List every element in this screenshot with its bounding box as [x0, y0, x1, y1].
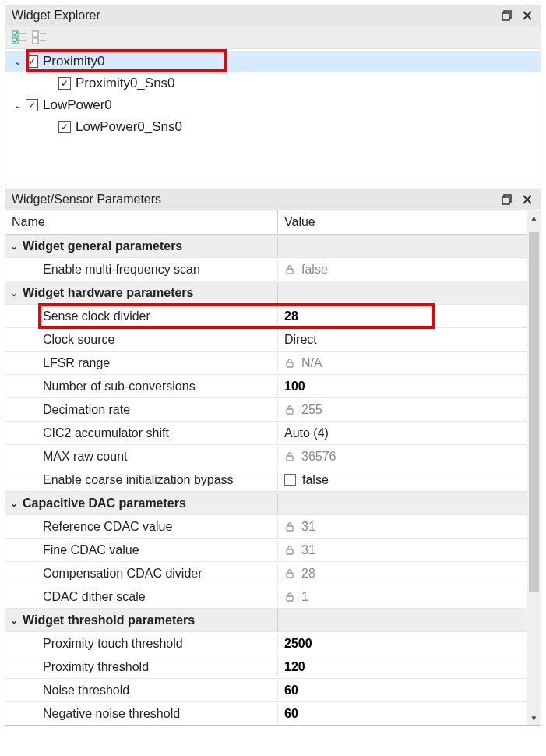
param-value-text: N/A — [301, 356, 322, 370]
params-scroll: Name Value ⌄Widget general parametersEna… — [5, 210, 527, 725]
restore-icon[interactable] — [500, 193, 514, 207]
param-name: Reference CDAC value — [5, 517, 278, 537]
param-value: 31 — [278, 540, 527, 560]
param-value-text: 255 — [301, 403, 322, 417]
param-row[interactable]: Enable coarse initialization bypassfalse — [5, 468, 527, 492]
param-value: false — [278, 260, 527, 280]
tree-checkbox[interactable]: ✓ — [58, 121, 71, 133]
tree-item-label: LowPower0_Sns0 — [76, 119, 182, 135]
param-value-text: 31 — [301, 520, 315, 534]
uncheck-all-icon[interactable] — [32, 30, 48, 45]
restore-icon[interactable] — [500, 9, 514, 23]
param-value[interactable]: Auto (4) — [278, 423, 527, 443]
widget-explorer-panel: Widget Explorer ⌄✓Proximity0✓Proximity0_… — [5, 5, 541, 182]
vertical-scrollbar[interactable]: ▲ ▼ — [527, 210, 541, 725]
param-value: 31 — [278, 517, 527, 537]
param-value[interactable]: 60 — [278, 680, 527, 701]
param-row[interactable]: Clock sourceDirect — [5, 328, 527, 352]
param-value[interactable]: 120 — [278, 657, 527, 677]
param-value[interactable]: false — [278, 470, 527, 490]
tree-checkbox[interactable]: ✓ — [58, 77, 71, 90]
param-checkbox[interactable] — [284, 474, 296, 486]
param-row[interactable]: LFSR rangeN/A — [5, 352, 527, 375]
svg-rect-22 — [287, 573, 293, 578]
param-row[interactable]: Decimation rate255 — [5, 398, 527, 422]
chevron-down-icon[interactable]: ⌄ — [5, 615, 23, 626]
section-value-empty — [278, 290, 527, 296]
section-value-empty — [278, 243, 527, 249]
tree-checkbox[interactable]: ✓ — [26, 55, 38, 68]
param-row[interactable]: CDAC dither scale1 — [5, 585, 527, 609]
param-name: Sense clock divider — [5, 306, 278, 327]
svg-rect-13 — [502, 197, 509, 204]
tree-item[interactable]: ⌄✓Proximity0 — [5, 51, 541, 72]
param-section-header[interactable]: ⌄Widget threshold parameters — [5, 609, 527, 632]
param-name: Compensation CDAC divider — [5, 563, 278, 584]
svg-rect-8 — [33, 31, 38, 37]
param-value[interactable]: Direct — [278, 330, 527, 350]
svg-rect-16 — [287, 269, 293, 274]
chevron-down-icon[interactable]: ⌄ — [12, 56, 24, 67]
tree-item[interactable]: ✓LowPower0_Sns0 — [5, 116, 541, 138]
param-value[interactable]: 60 — [278, 704, 527, 724]
lock-icon — [284, 358, 295, 369]
param-value-text: 100 — [284, 380, 305, 394]
param-name: CDAC dither scale — [5, 587, 278, 607]
tree-item[interactable]: ⌄✓LowPower0 — [5, 94, 541, 116]
param-row[interactable]: Compensation CDAC divider28 — [5, 562, 527, 585]
chevron-down-icon[interactable]: ⌄ — [5, 241, 23, 252]
param-value-text: 1 — [301, 590, 308, 604]
param-name: LFSR range — [5, 353, 278, 373]
param-row[interactable]: Fine CDAC value31 — [5, 539, 527, 562]
chevron-down-icon[interactable]: ⌄ — [5, 498, 23, 509]
param-value: N/A — [278, 353, 527, 373]
param-row[interactable]: Noise threshold60 — [5, 679, 527, 702]
param-row[interactable]: Sense clock divider28 — [5, 305, 527, 328]
params-grid-body: ⌄Widget general parametersEnable multi-f… — [5, 235, 527, 725]
widget-explorer-header: Widget Explorer — [5, 5, 541, 26]
param-value[interactable]: 28 — [278, 306, 527, 327]
close-icon[interactable] — [520, 193, 534, 207]
param-row[interactable]: CIC2 accumulator shiftAuto (4) — [5, 422, 527, 445]
section-title: Widget threshold parameters — [23, 610, 278, 631]
param-row[interactable]: Number of sub-conversions100 — [5, 375, 527, 398]
param-value-text: Auto (4) — [284, 426, 329, 440]
section-title: Capacitive DAC parameters — [23, 493, 278, 514]
param-name: Number of sub-conversions — [5, 376, 278, 397]
scroll-down-icon[interactable]: ▼ — [527, 711, 541, 725]
param-row[interactable]: Proximity touch threshold2500 — [5, 632, 527, 655]
param-row[interactable]: Negative noise threshold60 — [5, 702, 527, 725]
tree-checkbox[interactable]: ✓ — [26, 99, 38, 111]
param-name: Enable multi-frequency scan — [5, 260, 278, 280]
scroll-thumb[interactable] — [529, 232, 539, 592]
param-name: CIC2 accumulator shift — [5, 423, 278, 443]
param-value[interactable]: 2500 — [278, 634, 527, 654]
scroll-up-icon[interactable]: ▲ — [527, 210, 541, 224]
param-value: 28 — [278, 563, 527, 584]
param-row[interactable]: MAX raw count36576 — [5, 445, 527, 468]
param-row[interactable]: Enable multi-frequency scanfalse — [5, 258, 527, 281]
param-section-header[interactable]: ⌄Capacitive DAC parameters — [5, 492, 527, 515]
param-value-text: 60 — [284, 707, 298, 721]
svg-rect-23 — [287, 596, 293, 601]
param-row[interactable]: Proximity threshold120 — [5, 655, 527, 679]
close-icon[interactable] — [520, 9, 534, 23]
svg-rect-1 — [502, 13, 509, 20]
column-header-name[interactable]: Name — [5, 210, 278, 234]
param-value-text: 36576 — [301, 450, 336, 464]
tree-item[interactable]: ✓Proximity0_Sns0 — [5, 72, 541, 94]
tree-item-label: LowPower0 — [43, 97, 112, 113]
column-header-value[interactable]: Value — [278, 210, 527, 234]
param-section-header[interactable]: ⌄Widget general parameters — [5, 235, 527, 258]
param-value-text: 28 — [301, 567, 315, 581]
section-value-empty — [278, 500, 527, 507]
check-all-icon[interactable] — [12, 30, 27, 45]
param-section-header[interactable]: ⌄Widget hardware parameters — [5, 281, 527, 305]
section-value-empty — [278, 617, 527, 624]
param-row[interactable]: Reference CDAC value31 — [5, 515, 527, 539]
widget-params-panel: Widget/Sensor Parameters Name Value ⌄Wid… — [5, 189, 541, 726]
chevron-down-icon[interactable]: ⌄ — [5, 288, 23, 299]
param-name: Clock source — [5, 330, 278, 350]
param-value[interactable]: 100 — [278, 376, 527, 397]
chevron-down-icon[interactable]: ⌄ — [12, 100, 24, 111]
